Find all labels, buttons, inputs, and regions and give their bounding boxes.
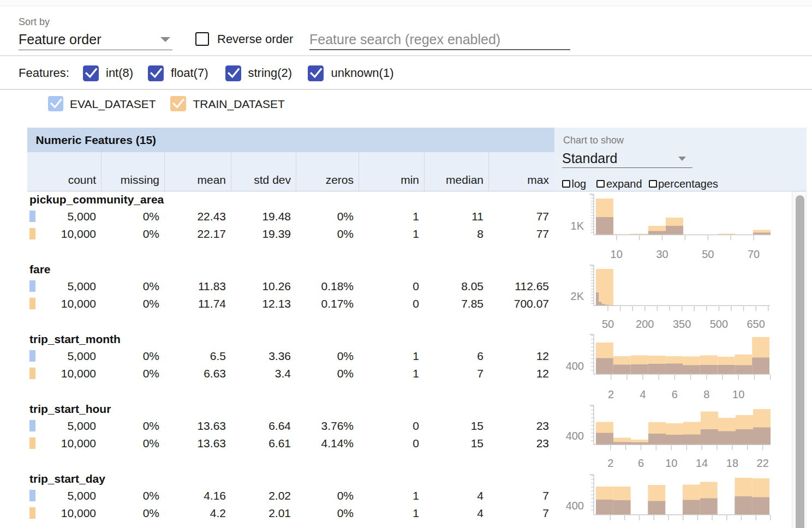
svg-text:10: 10 [665,457,677,469]
svg-text:6: 6 [638,457,644,469]
svg-text:14: 14 [696,457,708,469]
svg-text:50: 50 [602,318,614,330]
svg-text:50: 50 [702,248,714,260]
svg-text:650: 650 [747,318,765,330]
svg-text:4: 4 [640,388,646,400]
svg-text:8: 8 [703,388,709,400]
svg-text:2K: 2K [571,290,584,302]
svg-text:10: 10 [732,388,744,400]
svg-text:2: 2 [608,388,614,400]
svg-text:6: 6 [672,388,678,400]
svg-text:2: 2 [607,457,613,469]
svg-text:200: 200 [636,318,654,330]
svg-text:22: 22 [757,457,769,469]
svg-text:400: 400 [566,360,584,372]
svg-text:350: 350 [673,318,691,330]
svg-text:400: 400 [566,500,584,512]
svg-text:18: 18 [726,457,738,469]
svg-text:10: 10 [611,248,623,260]
svg-text:400: 400 [566,430,584,442]
svg-text:30: 30 [656,248,668,260]
svg-text:70: 70 [748,248,760,260]
svg-text:1K: 1K [571,220,584,232]
svg-text:500: 500 [710,318,728,330]
